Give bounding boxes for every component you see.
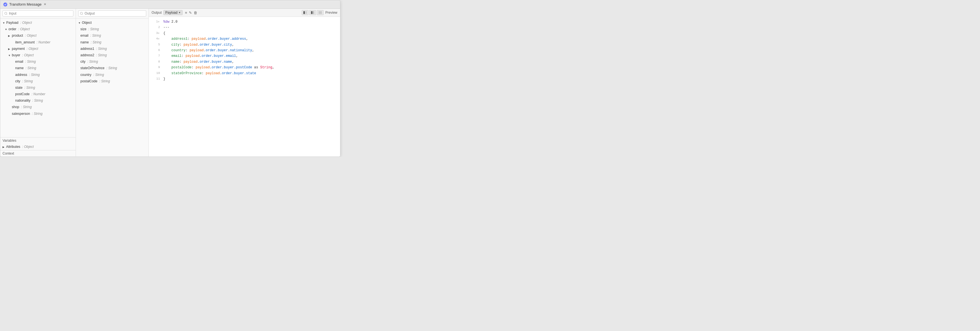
- buyer-name-key: name: [15, 66, 24, 70]
- dot6: .: [210, 65, 212, 70]
- code-line-4: 4⊖ address1: payload.order.buyer.address…: [152, 36, 337, 42]
- dot4: .: [200, 54, 202, 58]
- buyer-city-item[interactable]: city : String: [0, 78, 76, 84]
- out-size[interactable]: size : String: [76, 26, 148, 32]
- key-postal: postalCode: [172, 65, 192, 70]
- string-type: String: [260, 65, 272, 70]
- preview-button[interactable]: Preview: [325, 11, 337, 14]
- out-address2[interactable]: address2 : String: [76, 52, 148, 59]
- context-label: Context: [3, 151, 14, 156]
- out-city-type: : String: [86, 60, 98, 64]
- out-email[interactable]: email : String: [76, 32, 148, 39]
- view-single-btn[interactable]: [317, 10, 324, 15]
- close-button[interactable]: ✕: [44, 3, 46, 6]
- out-city[interactable]: city : String: [76, 59, 148, 65]
- svg-rect-5: [313, 11, 314, 14]
- out-address2-type: : String: [95, 53, 107, 57]
- payload-root[interactable]: Payload : Object: [0, 20, 76, 26]
- item-amount-spacer: [11, 41, 14, 45]
- key-name: name: [172, 60, 180, 64]
- s0: [11, 60, 14, 64]
- out-state-province[interactable]: stateOrProvince : String: [76, 65, 148, 72]
- line-content-3: {: [163, 30, 165, 36]
- salesperson-item[interactable]: salesperson : String: [0, 111, 76, 117]
- buyer-state-item[interactable]: state : String: [0, 84, 76, 91]
- out-name[interactable]: name : String: [76, 39, 148, 46]
- dw-version: 2.0: [172, 20, 178, 24]
- line-num-2: 2: [152, 25, 160, 30]
- s4: [11, 86, 14, 90]
- edit-icon[interactable]: ✎: [189, 11, 192, 15]
- payload-dropdown-icon: ▼: [178, 11, 181, 14]
- payload-ref-2: payload: [183, 43, 197, 47]
- buyer-type: : Object: [21, 53, 34, 57]
- order-item[interactable]: order : Object: [0, 26, 76, 32]
- path-1: order.buyer.address: [208, 37, 246, 41]
- line-num-8: 8: [152, 59, 160, 65]
- buyer-item[interactable]: buyer : Object: [0, 52, 76, 59]
- product-item[interactable]: product : Object: [0, 32, 76, 39]
- output-search-input[interactable]: [78, 10, 146, 16]
- line-num-3: 3⊖: [152, 30, 160, 36]
- buyer-address-item[interactable]: address : String: [0, 72, 76, 78]
- out-state-type: : String: [105, 66, 117, 70]
- out-country-key: country: [80, 73, 91, 77]
- line-content-2: ---: [163, 25, 170, 30]
- path-6: order.buyer.postCode: [212, 65, 252, 70]
- attributes-item[interactable]: Attributes : Object: [0, 144, 76, 150]
- left-panel: Payload : Object order : Object product …: [0, 9, 76, 156]
- out-email-type: : String: [89, 33, 101, 38]
- output-root-key: Object: [82, 21, 92, 25]
- code-editor[interactable]: 1⊖ %dw 2.0 2 --- 3⊖ {: [149, 17, 340, 156]
- view-split-left-btn[interactable]: [302, 10, 309, 15]
- view-split-both-btn[interactable]: [309, 10, 316, 15]
- payload-type: : Object: [19, 21, 32, 25]
- code-line-1: 1⊖ %dw 2.0: [152, 19, 337, 25]
- output-root[interactable]: Object: [76, 20, 148, 26]
- shop-type: : String: [20, 105, 32, 109]
- payment-item[interactable]: payment : Object: [0, 46, 76, 52]
- buyer-email-item[interactable]: email : String: [0, 59, 76, 65]
- out-city-key: city: [80, 60, 86, 64]
- payload-badge[interactable]: Payload ▼: [163, 10, 183, 15]
- s8: [8, 112, 11, 116]
- s1: [11, 66, 14, 70]
- right-panel: Output Payload ▼ ≡ ✎ 🗑: [149, 9, 340, 156]
- input-search-input[interactable]: [3, 10, 73, 16]
- line-num-10: 10: [152, 70, 160, 76]
- item-amount-key: item_amount: [15, 40, 35, 44]
- line-content-1: %dw 2.0: [163, 19, 177, 25]
- buyer-city-type: : String: [21, 79, 33, 83]
- attributes-chevron: [3, 145, 5, 149]
- buyer-postcode-item[interactable]: postCode : Number: [0, 91, 76, 97]
- line-num-6: 6: [152, 48, 160, 53]
- out-country[interactable]: country : String: [76, 72, 148, 78]
- buyer-nationality-type: : String: [31, 99, 43, 102]
- out-country-type: : String: [92, 73, 104, 77]
- variables-label: Variables: [3, 138, 16, 143]
- product-key: product: [12, 33, 23, 38]
- attributes-key: Attributes: [6, 145, 21, 149]
- out-size-type: : String: [88, 27, 99, 31]
- path-2: order.buyer.city: [200, 43, 232, 47]
- path-3: order.buyer.nationality: [206, 48, 252, 53]
- shop-item[interactable]: shop : String: [0, 104, 76, 110]
- buyer-name-item[interactable]: name : String: [0, 65, 76, 72]
- buyer-address-key: address: [15, 73, 27, 77]
- path-5: order.buyer.name: [200, 60, 232, 64]
- buyer-nationality-item[interactable]: nationality : String: [0, 97, 76, 104]
- out-postal-code[interactable]: postalCode : String: [76, 78, 148, 84]
- list-icon[interactable]: ≡: [185, 11, 187, 15]
- buyer-chevron: [8, 54, 11, 57]
- payload-ref-6: payload: [196, 65, 210, 70]
- out-address1[interactable]: address1 : String: [76, 46, 148, 52]
- payment-chevron: [8, 47, 11, 51]
- item-amount-item[interactable]: item_amount : Number: [0, 39, 76, 46]
- payload-ref-5: payload: [183, 60, 197, 64]
- s6: [11, 99, 14, 103]
- line-num-4: 4⊖: [152, 36, 160, 42]
- order-type: : Object: [18, 27, 30, 31]
- delete-icon[interactable]: 🗑: [194, 11, 197, 15]
- line-content-9: postalCode: payload.order.buyer.postCode…: [163, 65, 274, 70]
- code-line-8: 8 name: payload.order.buyer.name,: [152, 59, 337, 65]
